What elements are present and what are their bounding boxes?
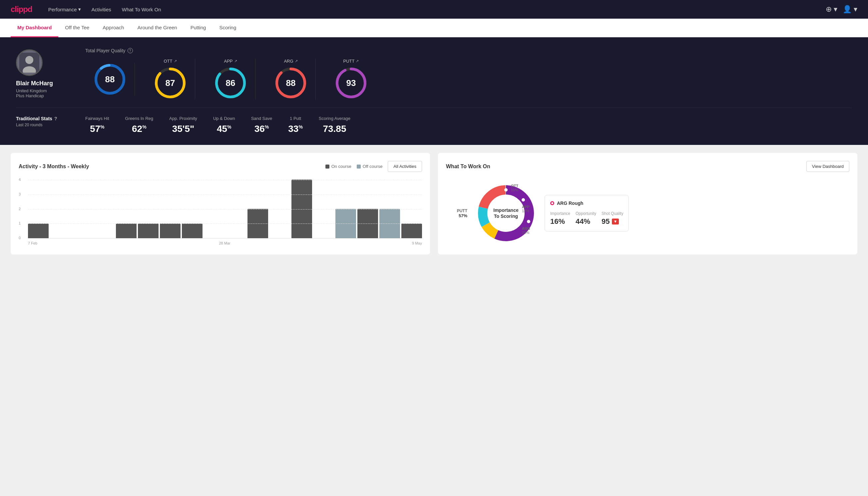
hero-section: Blair McHarg United Kingdom Plus Handica… (0, 37, 868, 145)
bottom-section: Activity - 3 Months - Weekly On course O… (0, 145, 868, 263)
tab-around-the-green[interactable]: Around the Green (130, 19, 184, 37)
view-dashboard-button[interactable]: View Dashboard (806, 161, 849, 172)
player-name: Blair McHarg (16, 80, 53, 87)
nav-links: Performance ▾ Activities What To Work On (48, 6, 161, 12)
stat-up-down: Up & Down 45% (213, 116, 235, 134)
overall-score: 88 (105, 74, 115, 84)
bar-group-11 (248, 209, 268, 238)
overall-score-card: 88 (85, 63, 135, 96)
player-handicap: Plus Handicap (16, 93, 44, 98)
putt-score-card: PUTT ↗ 93 (327, 59, 376, 99)
svg-point-20 (527, 220, 530, 223)
stat-greens: Greens In Reg 62% (125, 116, 154, 134)
stat-fairways: Fairways Hit 57% (85, 116, 109, 134)
all-activities-button[interactable]: All Activities (388, 161, 422, 172)
quality-section: Total Player Quality ? 88 (85, 48, 852, 99)
donut-chart: Importance To Scoring OTT 10% APP 12% AR… (473, 180, 539, 247)
app-floating-label: APP 12% (522, 205, 530, 213)
x-labels: 7 Feb 28 Mar 9 May (28, 241, 422, 245)
app-score-card: APP ↗ 86 (206, 59, 255, 99)
bar-group-5 (116, 223, 137, 238)
svg-point-1 (25, 56, 33, 64)
bar-group-8 (182, 223, 203, 238)
nav-performance[interactable]: Performance ▾ (48, 6, 81, 12)
stats-label: Traditional Stats ? Last 20 rounds (16, 116, 69, 127)
putt-label: PUTT ↗ (343, 59, 359, 64)
add-button[interactable]: ⊕ ▾ (826, 5, 837, 14)
stats-title: Traditional Stats ? (16, 116, 69, 121)
chart-wrapper: 4 3 2 1 0 (19, 180, 422, 245)
bar-group-1 (28, 223, 49, 238)
stat-proximity: App. Proximity 35'5" (169, 116, 197, 134)
shot-quality-badge: ▼ (612, 218, 619, 224)
tab-scoring[interactable]: Scoring (212, 19, 243, 37)
arg-circle: 88 (274, 66, 307, 99)
chart-legend: On course Off course (326, 164, 383, 169)
top-nav: clippd Performance ▾ Activities What To … (0, 0, 868, 19)
tab-off-the-tee[interactable]: Off the Tee (58, 19, 96, 37)
putt-circle: 93 (334, 66, 368, 99)
tab-bar: My Dashboard Off the Tee Approach Around… (0, 19, 868, 37)
app-score: 86 (226, 78, 236, 88)
help-icon[interactable]: ? (128, 48, 133, 53)
hero-top: Blair McHarg United Kingdom Plus Handica… (16, 48, 852, 99)
avatar (16, 49, 43, 76)
arg-score: 88 (286, 78, 296, 88)
nav-right: ⊕ ▾ 👤 ▾ (826, 5, 857, 14)
info-metrics: Importance 16% Opportunity 44% Shot Qual… (550, 211, 623, 226)
bar-on-1 (28, 223, 49, 238)
info-dot (550, 201, 554, 205)
logo: clippd (11, 5, 32, 14)
stats-subtitle: Last 20 rounds (16, 123, 69, 127)
opportunity-metric: Opportunity 44% (575, 211, 596, 226)
putt-score: 93 (346, 78, 356, 88)
stats-items: Fairways Hit 57% Greens In Reg 62% App. … (85, 116, 852, 134)
nav-what-to-work-on[interactable]: What To Work On (122, 7, 161, 12)
nav-activities[interactable]: Activities (92, 7, 111, 12)
off-course-dot (357, 165, 361, 169)
ott-label: OTT ↗ (164, 59, 177, 64)
on-course-dot (326, 165, 329, 169)
bar-group-7 (160, 223, 180, 238)
tab-approach[interactable]: Approach (96, 19, 130, 37)
work-on-card: What To Work On View Dashboard PUTT 57% (438, 153, 857, 254)
info-card-title: ARG Rough (550, 201, 623, 206)
scores-row: 88 OTT ↗ 87 (85, 59, 852, 99)
tab-putting[interactable]: Putting (184, 19, 213, 37)
bar-group-17 (379, 209, 400, 238)
arg-info-card: ARG Rough Importance 16% Opportunity 44%… (545, 195, 629, 232)
tab-my-dashboard[interactable]: My Dashboard (11, 19, 58, 37)
stats-help-icon[interactable]: ? (54, 116, 57, 121)
arg-label: ARG ↗ (284, 59, 297, 64)
bar-group-18 (401, 223, 422, 238)
arg-floating-label: ARG 21% (522, 227, 530, 234)
activity-card: Activity - 3 Months - Weekly On course O… (11, 153, 430, 254)
ott-score-card: OTT ↗ 87 (145, 59, 195, 99)
activity-card-header: Activity - 3 Months - Weekly On course O… (19, 161, 422, 172)
arg-score-card: ARG ↗ 88 (266, 59, 316, 99)
legend-off-course: Off course (357, 164, 383, 169)
svg-point-18 (504, 188, 508, 191)
ott-circle: 87 (154, 66, 187, 99)
app-circle: 86 (214, 66, 247, 99)
player-info: Blair McHarg United Kingdom Plus Handica… (16, 49, 69, 98)
bar-group-15 (335, 209, 356, 238)
bar-group-16 (358, 209, 378, 238)
donut-section: PUTT 57% (446, 180, 849, 247)
legend-on-course: On course (326, 164, 351, 169)
activity-title: Activity - 3 Months - Weekly (19, 164, 89, 170)
stat-sand: Sand Save 36% (251, 116, 272, 134)
work-on-title: What To Work On (446, 164, 490, 170)
bar-chart (28, 180, 422, 238)
ott-score: 87 (165, 78, 175, 88)
bar-group-6 (138, 223, 159, 238)
work-on-header: What To Work On View Dashboard (446, 161, 849, 172)
player-country: United Kingdom (16, 88, 47, 93)
user-menu[interactable]: 👤 ▾ (843, 5, 857, 14)
putt-label-left: PUTT 57% (446, 208, 467, 218)
donut-center: Importance To Scoring (493, 207, 518, 219)
quality-label: Total Player Quality ? (85, 48, 852, 53)
app-label: APP ↗ (224, 59, 237, 64)
svg-point-19 (522, 198, 525, 202)
shot-quality-metric: Shot Quality 95 ▼ (601, 211, 623, 226)
